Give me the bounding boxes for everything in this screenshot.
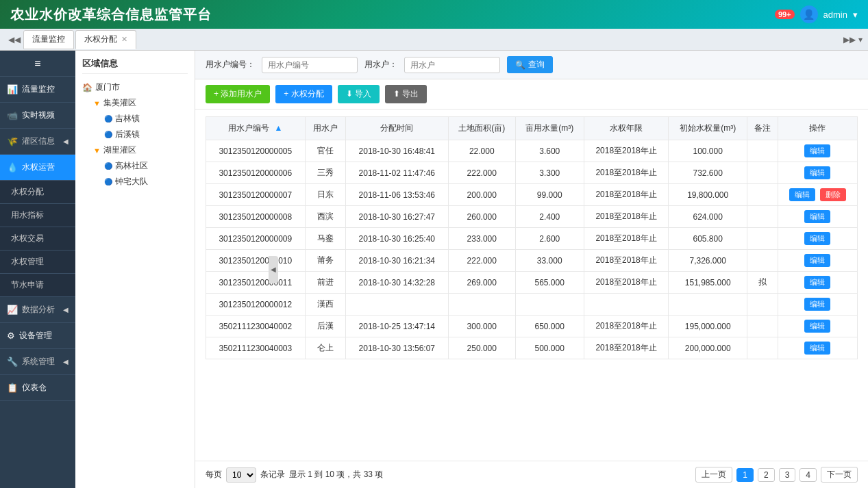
sidebar-item-liuliang-label: 流量监控: [22, 84, 55, 95]
search-bar: 用水户编号： 用水户： 🔍 查询: [195, 51, 868, 79]
cell-code-7: 3012350120000012: [206, 294, 306, 316]
page-3-btn[interactable]: 3: [779, 468, 796, 482]
content-area: 区域信息 🏠 厦门市 ▼ 集美灌区 🔵 吉林镇 🔵: [75, 51, 868, 488]
cell-water-term-3: 2018至2018年止: [584, 206, 669, 228]
edit-btn-0[interactable]: 编辑: [804, 144, 830, 157]
edit-btn-9[interactable]: 编辑: [804, 342, 830, 355]
tabbar: ◀◀ 流量监控 水权分配 ✕ ▶▶ ▾: [0, 29, 868, 51]
edit-btn-4[interactable]: 编辑: [804, 232, 830, 245]
edit-btn-6[interactable]: 编辑: [804, 276, 830, 289]
cell-note-0: [747, 140, 778, 162]
sidebar-item-shuju-label: 数据分析: [22, 304, 55, 316]
tab-shuiquan-close[interactable]: ✕: [121, 35, 127, 44]
tab-liuliang[interactable]: 流量监控: [23, 30, 74, 49]
edit-btn-5[interactable]: 编辑: [804, 254, 830, 267]
sidebar-subitem-jieshen[interactable]: 节水申请: [0, 274, 75, 297]
table-row: 3012350120000012 漢西 编辑: [206, 294, 858, 316]
notification-badge[interactable]: 99+: [775, 10, 795, 19]
sidebar-menu-toggle[interactable]: ≡: [0, 51, 75, 77]
cell-water-use-3: 2.400: [515, 206, 584, 228]
cell-note-4: [747, 228, 778, 250]
import-button[interactable]: ⬇ 导入: [338, 85, 380, 103]
col-note: 备注: [747, 117, 778, 140]
cell-note-3: [747, 206, 778, 228]
edit-btn-7[interactable]: 编辑: [804, 298, 830, 311]
prev-page-btn[interactable]: 上一页: [695, 467, 732, 483]
sidebar-item-yibiao[interactable]: 📋 仪表仓: [0, 375, 75, 401]
cell-water-use-8: 650.000: [515, 316, 584, 337]
col-land: 土地面积(亩): [448, 117, 515, 140]
col-water-init: 初始水权量(m³): [669, 117, 747, 140]
sidebar-item-xitong[interactable]: 🔧 系统管理 ◀: [0, 349, 75, 375]
import-label: ⬇ 导入: [346, 88, 371, 100]
user-input[interactable]: [404, 57, 500, 73]
per-page-select[interactable]: 10 20 50: [226, 467, 256, 483]
table-row: 3012350120000010 莆务 2018-10-30 16:21:34 …: [206, 250, 858, 272]
tree-zhongzhai[interactable]: 🔵 钟宅大队: [104, 174, 188, 190]
cell-water-init-9: 200,000.000: [669, 337, 747, 359]
page-2-btn[interactable]: 2: [758, 468, 775, 482]
cell-user-1: 三秀: [305, 162, 345, 184]
sidebar-item-shishi[interactable]: 📹 实时视频: [0, 103, 75, 129]
edit-btn-1[interactable]: 编辑: [804, 166, 830, 179]
export-button[interactable]: ⬆ 导出: [385, 85, 427, 103]
table-row: 3502111230040003 仑上 2018-10-30 13:56:07 …: [206, 337, 858, 359]
cell-code-1: 3012350120000006: [206, 162, 306, 184]
cell-note-7: [747, 294, 778, 316]
tab-prev-btn[interactable]: ◀◀: [5, 35, 23, 44]
cell-land-0: 22.000: [448, 140, 515, 162]
search-button[interactable]: 🔍 查询: [507, 56, 553, 73]
sidebar-subitem-yongshui[interactable]: 用水指标: [0, 204, 75, 227]
cell-user-3: 西滨: [305, 206, 345, 228]
cell-user-5: 莆务: [305, 250, 345, 272]
cell-land-6: 269.000: [448, 272, 515, 294]
sidebar-item-shuiquan-label: 水权运营: [22, 162, 55, 173]
edit-btn-3[interactable]: 编辑: [804, 210, 830, 223]
add-user-button[interactable]: + 添加用水户: [206, 85, 270, 103]
sidebar-item-shuiquan[interactable]: 💧 水权运营: [0, 155, 75, 181]
page-1-btn[interactable]: 1: [736, 468, 754, 482]
cell-code-2: 3012350120000007: [206, 184, 306, 206]
tree-huli[interactable]: ▼ 湖里灌区: [93, 142, 188, 158]
next-page-btn[interactable]: 下一页: [821, 467, 858, 483]
shuju-icon: 📈: [7, 305, 18, 315]
sidebar-item-guangu[interactable]: 🌾 灌区信息 ◀: [0, 129, 75, 155]
tab-shuiquan[interactable]: 水权分配 ✕: [75, 30, 136, 49]
tree-jimei[interactable]: ▼ 集美灌区: [93, 95, 188, 111]
col-code[interactable]: 用水户编号 ▲: [206, 117, 306, 140]
sidebar-subitem-guanli[interactable]: 水权管理: [0, 251, 75, 274]
tab-shuiquan-label: 水权分配: [84, 34, 117, 45]
cell-water-term-6: 2018至2018年止: [584, 272, 669, 294]
dot-icon-gaolin: 🔵: [104, 162, 112, 170]
col-time: 分配时间: [345, 117, 448, 140]
page-4-btn[interactable]: 4: [799, 468, 817, 482]
edit-btn-2[interactable]: 编辑: [789, 188, 815, 201]
tab-expand-btn[interactable]: ▾: [858, 35, 863, 44]
sidebar-item-shuju[interactable]: 📈 数据分析 ◀: [0, 297, 75, 323]
sidebar-subitem-shuiquan-fen[interactable]: 水权分配: [0, 181, 75, 204]
sidebar-subitem-jiaoyi[interactable]: 水权交易: [0, 227, 75, 251]
sidebar-item-shebei[interactable]: ⚙ 设备管理: [0, 323, 75, 349]
cell-note-9: [747, 337, 778, 359]
sidebar-item-shishi-label: 实时视频: [22, 110, 55, 121]
sidebar-item-liuliang[interactable]: 📊 流量监控: [0, 77, 75, 103]
cell-time-8: 2018-10-25 13:47:14: [345, 316, 448, 337]
home-icon: 🏠: [82, 83, 92, 92]
cell-user-7: 漢西: [305, 294, 345, 316]
table-row: 3502111230040002 后漢 2018-10-25 13:47:14 …: [206, 316, 858, 337]
cell-water-use-4: 2.600: [515, 228, 584, 250]
tree-xiamen[interactable]: 🏠 厦门市: [82, 79, 188, 95]
edit-btn-8[interactable]: 编辑: [804, 320, 830, 333]
delete-btn-2[interactable]: 删除: [820, 188, 846, 201]
cell-water-init-8: 195,000.000: [669, 316, 747, 337]
user-code-input[interactable]: [262, 57, 358, 73]
sidebar-item-xitong-label: 系统管理: [22, 356, 55, 368]
tree-gaolin[interactable]: 🔵 高林社区: [104, 158, 188, 174]
collapse-panel-btn[interactable]: ◀: [269, 256, 278, 283]
xitong-arrow: ◀: [63, 358, 69, 365]
tab-next-btn[interactable]: ▶▶: [843, 35, 856, 44]
tree-houxi[interactable]: 🔵 后溪镇: [104, 127, 188, 142]
dropdown-icon[interactable]: ▾: [853, 10, 858, 20]
tree-jilin[interactable]: 🔵 吉林镇: [104, 111, 188, 127]
assign-water-button[interactable]: + 水权分配: [275, 85, 332, 103]
